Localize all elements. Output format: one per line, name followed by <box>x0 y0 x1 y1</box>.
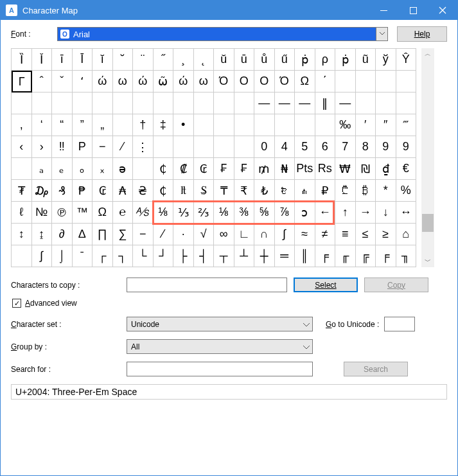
character-cell[interactable]: ρ <box>315 49 336 71</box>
character-cell[interactable]: ₹ <box>234 180 255 202</box>
character-cell[interactable]: ⋮ <box>133 136 154 158</box>
character-cell[interactable] <box>234 136 255 158</box>
character-cell[interactable]: ə <box>113 158 134 180</box>
character-cell[interactable]: 7 <box>335 136 356 158</box>
character-cell[interactable]: ↄ <box>295 202 315 224</box>
character-cell[interactable]: ˛ <box>194 49 215 71</box>
character-cell[interactable] <box>315 114 336 136</box>
character-cell[interactable]: ∞ <box>214 224 234 245</box>
character-cell[interactable]: ₫ <box>376 158 396 180</box>
character-cell[interactable]: ├ <box>173 245 194 267</box>
character-cell[interactable]: ₱ <box>73 180 93 202</box>
character-cell[interactable]: * <box>376 180 396 202</box>
character-cell[interactable]: ⌂ <box>396 224 417 245</box>
character-cell[interactable]: ‡ <box>154 114 174 136</box>
character-cell[interactable]: , <box>12 114 32 136</box>
character-cell[interactable]: ″ <box>376 114 396 136</box>
goto-input[interactable] <box>384 317 415 331</box>
character-cell[interactable]: › <box>32 136 53 158</box>
character-cell[interactable]: ∙ <box>173 224 194 245</box>
character-cell[interactable]: ― <box>275 93 295 114</box>
character-cell[interactable]: Ο <box>234 71 255 93</box>
character-cell[interactable]: “ <box>52 114 73 136</box>
character-cell[interactable]: ₯ <box>32 180 53 202</box>
character-cell[interactable]: ₿ <box>356 180 376 202</box>
character-cell[interactable]: ₰ <box>52 180 73 202</box>
character-cell[interactable]: Γ <box>12 71 32 93</box>
character-cell[interactable]: ” <box>73 114 93 136</box>
character-cell[interactable]: ℗ <box>52 202 73 224</box>
character-cell[interactable]: ∆ <box>73 224 93 245</box>
character-cell[interactable]: ╒ <box>376 245 396 267</box>
character-cell[interactable]: ⅜ <box>234 202 255 224</box>
character-cell[interactable] <box>214 114 234 136</box>
character-cell[interactable]: ↔ <box>396 202 417 224</box>
character-cell[interactable]: ₻ <box>275 180 295 202</box>
character-cell[interactable]: ₮ <box>12 180 32 202</box>
copy-input[interactable] <box>127 278 287 292</box>
character-cell[interactable]: ṗ <box>295 49 315 71</box>
character-cell[interactable]: ˇ <box>52 71 73 93</box>
character-cell[interactable]: → <box>356 202 376 224</box>
character-cell[interactable] <box>113 114 134 136</box>
scroll-down-icon[interactable]: ﹀ <box>421 256 434 267</box>
character-cell[interactable]: ⅓ <box>173 202 194 224</box>
character-cell[interactable]: ₸ <box>214 180 234 202</box>
character-cell[interactable]: ī <box>52 49 73 71</box>
character-cell[interactable] <box>396 93 417 114</box>
character-cell[interactable]: ╓ <box>335 245 356 267</box>
character-cell[interactable]: ₑ <box>52 158 73 180</box>
character-cell[interactable] <box>154 93 174 114</box>
groupby-select[interactable]: All <box>127 339 313 354</box>
character-cell[interactable] <box>92 93 113 114</box>
character-cell[interactable]: Ό <box>214 71 234 93</box>
character-cell[interactable] <box>32 93 53 114</box>
character-cell[interactable]: Ī <box>73 49 93 71</box>
character-cell[interactable]: ₼ <box>295 180 315 202</box>
character-cell[interactable]: ṗ <box>335 49 356 71</box>
scroll-track[interactable] <box>421 60 434 256</box>
scroll-up-icon[interactable]: ︿ <box>421 48 434 60</box>
character-cell[interactable]: ω <box>194 71 215 93</box>
character-cell[interactable]: ┌ <box>92 245 113 267</box>
character-cell[interactable] <box>335 71 356 93</box>
character-cell[interactable]: ῶ <box>154 71 174 93</box>
character-cell[interactable]: ˆ <box>32 71 53 93</box>
character-cell[interactable]: ⅍ <box>133 202 154 224</box>
character-cell[interactable]: „ <box>92 114 113 136</box>
character-cell[interactable]: ώ <box>133 71 154 93</box>
character-cell[interactable]: ℮ <box>113 202 134 224</box>
character-cell[interactable]: ― <box>254 93 275 114</box>
character-cell[interactable] <box>254 114 275 136</box>
character-cell[interactable] <box>12 245 32 267</box>
character-cell[interactable]: Ǐ <box>32 49 53 71</box>
character-cell[interactable]: ↕ <box>12 224 32 245</box>
copy-button[interactable]: Copy <box>364 278 428 292</box>
character-cell[interactable]: ≠ <box>315 224 336 245</box>
character-cell[interactable]: ′ <box>356 114 376 136</box>
character-cell[interactable]: ╖ <box>396 245 417 267</box>
character-cell[interactable]: † <box>133 114 154 136</box>
character-cell[interactable] <box>154 136 174 158</box>
character-cell[interactable]: ₡ <box>173 158 194 180</box>
character-cell[interactable]: ₓ <box>92 158 113 180</box>
character-cell[interactable] <box>73 93 93 114</box>
character-cell[interactable]: ⌡ <box>52 245 73 267</box>
character-cell[interactable]: ⅝ <box>254 202 275 224</box>
character-cell[interactable]: ┴ <box>234 245 255 267</box>
character-cell[interactable]: 9 <box>396 136 417 158</box>
character-cell[interactable]: 0 <box>254 136 275 158</box>
character-cell[interactable]: √ <box>194 224 215 245</box>
character-cell[interactable]: ⅛ <box>214 202 234 224</box>
minimize-button[interactable] <box>369 1 398 20</box>
character-cell[interactable]: ∩ <box>254 224 275 245</box>
character-cell[interactable]: ₣ <box>214 158 234 180</box>
character-cell[interactable] <box>12 93 32 114</box>
character-cell[interactable]: ╒ <box>315 245 336 267</box>
character-cell[interactable]: ∂ <box>52 224 73 245</box>
character-cell[interactable]: ≡ <box>335 224 356 245</box>
character-cell[interactable]: ― <box>295 93 315 114</box>
character-cell[interactable]: ў <box>376 49 396 71</box>
grid-scrollbar[interactable]: ︿ ﹀ <box>421 48 434 267</box>
character-cell[interactable]: ┤ <box>194 245 215 267</box>
